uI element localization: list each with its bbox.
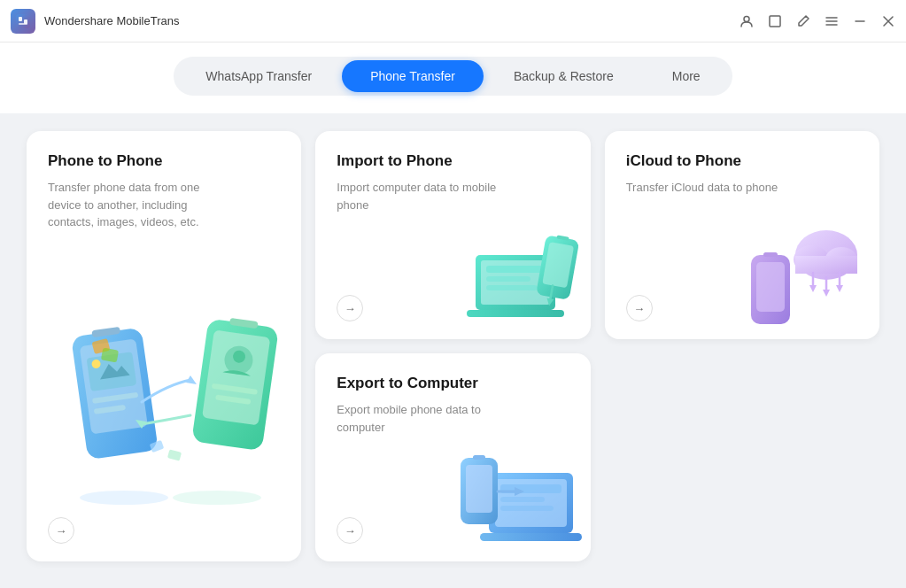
icloud-illustration [738,220,879,335]
window-icon[interactable] [768,14,782,28]
menu-icon[interactable] [825,14,839,28]
tab-more[interactable]: More [644,60,729,92]
card-icloud-arrow[interactable]: → [626,295,653,321]
edit-icon[interactable] [796,14,810,28]
svg-rect-51 [480,533,582,541]
svg-rect-48 [763,252,778,257]
nav-area: WhatsApp Transfer Phone Transfer Backup … [0,43,906,113]
close-icon[interactable] [881,14,895,28]
svg-marker-43 [809,285,817,292]
import-illustration [449,228,591,335]
card-phone-to-phone-arrow[interactable]: → [48,517,74,544]
card-import-desc: Import computer data to mobile phone [337,179,496,213]
svg-rect-5 [770,16,780,27]
svg-rect-32 [486,266,545,273]
nav-tabs: WhatsApp Transfer Phone Transfer Backup … [174,57,732,96]
titlebar: Wondershare MobileTrans [0,0,906,43]
card-icloud-title: iCloud to Phone [626,152,858,170]
card-export-desc: Export mobile phone data to computer [337,401,496,436]
minimize-icon[interactable] [853,14,867,28]
export-illustration [449,442,591,557]
svg-rect-57 [473,455,485,460]
card-phone-to-phone[interactable]: Phone to Phone Transfer phone data from … [27,131,301,561]
card-phone-to-phone-title: Phone to Phone [48,152,280,170]
svg-rect-53 [500,497,545,502]
svg-rect-0 [16,14,30,28]
svg-rect-54 [500,506,554,511]
svg-rect-3 [19,23,27,25]
svg-rect-34 [486,285,538,290]
svg-point-25 [80,491,168,505]
user-icon[interactable] [740,14,754,28]
svg-marker-44 [823,290,830,297]
tab-whatsapp[interactable]: WhatsApp Transfer [177,60,340,92]
svg-rect-33 [486,276,530,282]
svg-rect-56 [466,465,492,513]
svg-rect-1 [19,17,22,21]
card-export-title: Export to Computer [337,375,569,392]
main-content: Phone to Phone Transfer phone data from … [0,113,906,588]
svg-rect-28 [167,449,182,460]
card-import-title: Import to Phone [337,152,569,170]
phone-to-phone-illustration [53,296,283,508]
app-logo [11,9,35,34]
card-icloud-to-phone[interactable]: iCloud to Phone Transfer iCloud data to … [605,131,879,339]
card-icloud-desc: Transfer iCloud data to phone [626,179,786,197]
card-import-to-phone[interactable]: Import to Phone Import computer data to … [315,131,590,339]
svg-rect-42 [795,256,857,274]
svg-point-4 [744,16,749,21]
svg-rect-47 [756,262,785,312]
card-export-arrow[interactable]: → [337,517,363,544]
card-phone-to-phone-desc: Transfer phone data from one device to a… [48,179,207,231]
app-title: Wondershare MobileTrans [44,14,740,27]
window-controls [740,14,895,28]
svg-rect-31 [467,310,564,317]
svg-marker-45 [836,285,843,292]
tab-backup[interactable]: Backup & Restore [485,60,642,92]
card-import-arrow[interactable]: → [337,295,363,321]
tab-phone[interactable]: Phone Transfer [342,60,484,92]
svg-point-26 [173,491,261,505]
card-export-to-computer[interactable]: Export to Computer Export mobile phone d… [315,353,590,561]
